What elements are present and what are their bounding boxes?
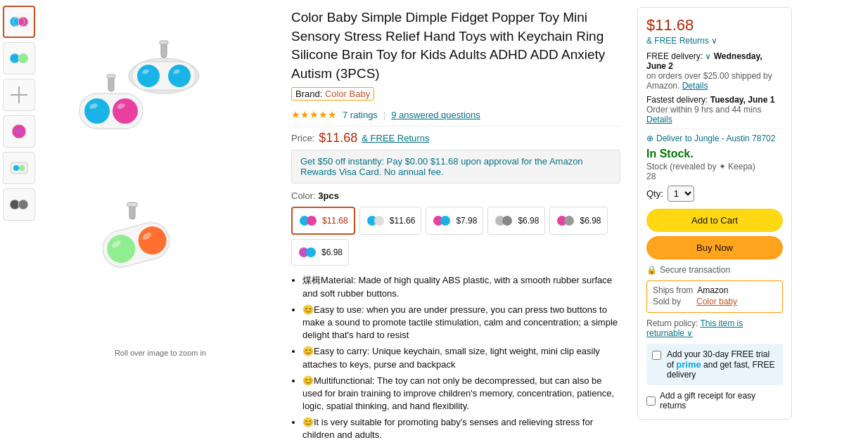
svg-point-4 xyxy=(18,53,28,63)
gift-row: Add a gift receipt for easy returns xyxy=(646,391,783,410)
fastest-note: Order within 9 hrs and 44 mins xyxy=(646,105,761,115)
svg-point-37 xyxy=(307,216,317,226)
fastest-label: Fastest delivery: xyxy=(646,95,708,105)
buy-now-button[interactable]: Buy Now xyxy=(646,236,783,259)
gift-checkbox[interactable] xyxy=(646,396,656,406)
svg-point-8 xyxy=(15,128,23,135)
gift-label: Add a gift receipt for easy returns xyxy=(660,391,783,410)
sold-by-row: Sold by Color baby xyxy=(653,297,777,306)
brand-link[interactable]: Color Baby xyxy=(325,89,370,99)
lock-icon: 🔒 xyxy=(646,265,657,275)
variant-4[interactable]: $6.98 xyxy=(487,207,545,235)
secure-text: Secure transaction xyxy=(660,265,730,275)
variant-5[interactable]: $6.98 xyxy=(549,207,607,235)
feature-bullets: 煤楫Material: Made of high quality ABS pla… xyxy=(302,274,620,440)
star-rating[interactable]: ★★★★★ xyxy=(291,109,337,120)
svg-point-10 xyxy=(13,165,19,171)
free-returns-link[interactable]: & FREE Returns xyxy=(362,133,429,143)
location-icon: ⊕ xyxy=(646,134,653,143)
ratings-row: ★★★★★ 7 ratings | 9 answered questions xyxy=(291,109,620,120)
sold-by-val[interactable]: Color baby xyxy=(696,297,737,306)
ratings-count[interactable]: 7 ratings xyxy=(343,110,378,120)
delivery-details-link[interactable]: Details xyxy=(682,81,708,91)
secure-transaction: 🔒 Secure transaction xyxy=(646,265,783,275)
return-policy-label: Return policy: xyxy=(646,318,698,328)
svg-point-39 xyxy=(374,216,384,226)
prime-offer-box: Add your 30-day FREE trial of prime and … xyxy=(646,344,783,385)
variant-3[interactable]: $7.98 xyxy=(426,207,483,235)
bullet-2: 😊Easy to use: when you are under pressur… xyxy=(302,304,620,342)
product-price: $11.68 xyxy=(319,131,357,145)
bullet-1: 煤楫Material: Made of high quality ABS pla… xyxy=(302,274,620,299)
price-row: Price: $11.68 & FREE Returns xyxy=(291,131,620,145)
brand-label: Brand: xyxy=(295,89,322,99)
svg-point-43 xyxy=(502,216,512,226)
ships-from-label: Ships from xyxy=(653,285,693,295)
fastest-details-link[interactable]: Details xyxy=(646,115,672,124)
fastest-delivery-info: Fastest delivery: Tuesday, June 1 Order … xyxy=(646,95,783,124)
svg-rect-30 xyxy=(127,202,137,207)
sold-by-label: Sold by xyxy=(653,297,692,306)
ships-sold-box: Ships from Amazon Sold by Color baby xyxy=(646,280,783,313)
bullet-3: 😊Easy to carry: Unique keychain, small s… xyxy=(302,345,620,370)
variant-5-price: $6.98 xyxy=(580,216,601,226)
qty-row: Qty: 12345 xyxy=(646,186,783,202)
variant-6-price: $6.98 xyxy=(321,247,343,257)
prime-checkbox[interactable] xyxy=(652,351,661,360)
stock-label: Stock (revealed by ✦ Keepa) xyxy=(646,162,755,172)
color-selector-label: Color: 3pcs xyxy=(291,190,620,201)
variant-4-price: $6.98 xyxy=(518,216,539,226)
roll-over-hint: Roll over image to zoom in xyxy=(115,349,206,357)
svg-point-11 xyxy=(19,165,25,171)
prime-text: Add your 30-day FREE trial of prime and … xyxy=(667,349,777,380)
thumbnail-1[interactable] xyxy=(3,6,35,38)
main-image-area: Roll over image to zoom in xyxy=(41,0,280,440)
promo-box[interactable]: Get $50 off instantly: Pay $0.00 $11.68 … xyxy=(291,150,620,183)
svg-point-20 xyxy=(168,65,191,87)
variant-2[interactable]: $11.66 xyxy=(359,207,422,235)
divider: | xyxy=(383,110,385,120)
in-stock-label: In Stock. xyxy=(646,148,783,160)
fastest-date: Tuesday, June 1 xyxy=(710,95,775,105)
thumbnail-4[interactable] xyxy=(3,115,35,148)
delivery-note: on orders over $25.00 shipped by Amazon. xyxy=(646,71,772,91)
svg-point-45 xyxy=(564,216,574,226)
ships-from-val: Amazon xyxy=(697,285,728,295)
stock-info: Stock (revealed by ✦ Keepa) 28 xyxy=(646,162,783,181)
thumbnail-6[interactable] xyxy=(3,188,35,221)
variant-1[interactable]: $11.68 xyxy=(291,207,355,235)
stock-count: 28 xyxy=(646,172,656,181)
prime-badge: prime xyxy=(676,359,701,370)
variant-3-price: $7.98 xyxy=(456,216,477,226)
svg-point-41 xyxy=(440,216,450,226)
svg-point-18 xyxy=(137,65,160,87)
thumbnail-5[interactable] xyxy=(3,152,35,184)
add-to-cart-button[interactable]: Add to Cart xyxy=(646,209,783,232)
buy-free-returns[interactable]: & FREE Returns ∨ xyxy=(646,36,783,46)
color-value: 3pcs xyxy=(318,190,339,201)
ships-from-row: Ships from Amazon xyxy=(653,285,777,295)
buy-box: $11.68 & FREE Returns ∨ FREE delivery: ∨… xyxy=(637,7,792,420)
variant-6[interactable]: $6.98 xyxy=(291,239,349,266)
thumbnail-3[interactable] xyxy=(3,79,35,111)
thumbnail-2[interactable] xyxy=(3,42,35,75)
return-policy: Return policy: This item is returnable ∨ xyxy=(646,318,783,338)
thumbnail-column xyxy=(0,0,41,440)
svg-point-25 xyxy=(84,98,110,124)
svg-point-27 xyxy=(113,98,138,124)
variant-2-price: $11.66 xyxy=(390,216,416,226)
product-title: Color Baby Simple Dimple Fidget Popper T… xyxy=(291,8,620,83)
answered-questions[interactable]: 9 answered questions xyxy=(391,110,480,120)
svg-rect-16 xyxy=(160,41,168,44)
svg-rect-23 xyxy=(107,75,115,78)
qty-select[interactable]: 12345 xyxy=(668,186,694,202)
variant-1-price: $11.68 xyxy=(322,216,348,226)
svg-point-13 xyxy=(18,200,28,209)
color-label: Color: xyxy=(291,190,316,201)
location-row[interactable]: ⊕ Deliver to Jungle - Austin 78702 xyxy=(646,134,783,143)
bullet-4: 😊Multifunctional: The toy can not only b… xyxy=(302,375,620,413)
main-product-image[interactable] xyxy=(48,6,273,343)
delivery-check: ∨ xyxy=(705,51,713,61)
brand-box[interactable]: Brand: Color Baby xyxy=(291,87,374,101)
qty-label: Qty: xyxy=(646,188,663,199)
